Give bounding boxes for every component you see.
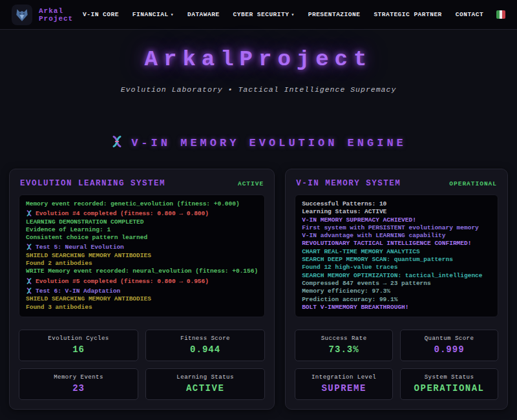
stat-label: System Status — [405, 374, 494, 381]
italian-flag-icon[interactable] — [496, 10, 505, 19]
stat-value: 0.944 — [150, 344, 260, 355]
stat-card-success-rate: Success Rate73.3% — [295, 330, 393, 361]
stats-grid: Evolution Cycles16Fitness Score0.944Memo… — [19, 330, 265, 400]
stat-label: Integration Level — [299, 374, 388, 381]
main-content: ArkalProject Evolution Laboratory • Tact… — [0, 47, 517, 410]
console-line: Consistent choice pattern learned — [26, 234, 258, 242]
console-line: V-IN advantage with LEARNING capability — [302, 232, 491, 240]
stat-value: OPERATIONAL — [405, 383, 494, 394]
console-line: Successful Patterns: 10 — [302, 200, 491, 208]
panel-evolution-learning-system: EVOLUTION LEARNING SYSTEM ACTIVE Memory … — [9, 169, 275, 410]
console-line: Test 6: V-IN Adaptation — [26, 288, 258, 295]
stats-grid: Success Rate73.3%Quantum Score0.999Integ… — [295, 330, 498, 400]
stat-value: 23 — [23, 383, 134, 394]
console-line: Memory event recorded: genetic_evolution… — [26, 200, 258, 208]
console-log[interactable]: Successful Patterns: 10Learning Status: … — [295, 194, 498, 317]
console-line: REVOLUTIONARY TACTICAL INTELLIGENCE CONF… — [302, 240, 491, 247]
console-line: Test 5: Neural Evolution — [26, 244, 258, 251]
stat-card-quantum-score: Quantum Score0.999 — [400, 330, 498, 361]
stat-label: Fitness Score — [150, 335, 260, 342]
section-heading: V-IN MEMORY EVOLUTION ENGINE — [0, 135, 517, 151]
brand-name[interactable]: Arkal Project — [39, 7, 83, 23]
nav-item-cyber-security[interactable]: CYBER SECURITY▾ — [233, 11, 295, 18]
nav-item-financial[interactable]: FINANCIAL▾ — [132, 11, 174, 18]
section-heading-label: V-IN MEMORY EVOLUTION ENGINE — [131, 137, 406, 149]
console-line: Memory efficiency: 97.3% — [302, 288, 491, 295]
panel-header: EVOLUTION LEARNING SYSTEM ACTIVE — [20, 179, 264, 188]
stat-label: Learning Status — [150, 374, 260, 381]
panel-title: V-IN MEMORY SYSTEM — [296, 179, 401, 188]
dna-icon — [26, 210, 36, 217]
console-line: Evidence of Learning: 1 — [26, 226, 258, 234]
stat-label: Evolution Cycles — [23, 335, 134, 342]
console-line: WRITE Memory event recorded: neural_evol… — [26, 268, 258, 275]
chevron-down-icon: ▾ — [291, 12, 294, 17]
wolf-logo-icon[interactable] — [12, 5, 32, 25]
nav-item-contact[interactable]: CONTACT — [456, 11, 483, 18]
status-badge: OPERATIONAL — [449, 180, 497, 187]
console-log[interactable]: Memory event recorded: genetic_evolution… — [19, 194, 265, 317]
console-line: Evolution #4 completed (fitness: 0.800 →… — [26, 210, 258, 218]
dna-icon — [26, 278, 36, 285]
dna-icon — [111, 135, 123, 151]
stat-value: 0.999 — [405, 344, 494, 355]
stat-value: ACTIVE — [150, 383, 260, 394]
console-line: Found 12 high-value traces — [302, 264, 491, 271]
console-line: First system with PERSISTENT evolutionar… — [302, 224, 491, 232]
console-line: Prediction accuracy: 99.1% — [302, 296, 491, 304]
chevron-down-icon: ▾ — [171, 12, 174, 17]
status-badge: ACTIVE — [238, 180, 264, 187]
dna-icon — [26, 288, 36, 295]
stat-card-integration-level: Integration LevelSUPREME — [295, 368, 393, 400]
stat-label: Memory Events — [23, 374, 134, 381]
console-line: Learning Status: ACTIVE — [302, 208, 491, 216]
console-line: Found 3 antibodies — [26, 304, 258, 311]
panel-vin-memory-system: V-IN MEMORY SYSTEM OPERATIONAL Successfu… — [285, 169, 508, 410]
page-subtitle: Evolution Laboratory • Tactical Intellig… — [0, 85, 517, 94]
console-line: SEARCH MEMORY OPTIMIZATION: tactical_int… — [302, 272, 491, 280]
console-line: Evolution #5 completed (fitness: 0.800 →… — [26, 278, 258, 286]
stat-label: Success Rate — [299, 335, 388, 342]
nav-links: V-IN COREFINANCIAL▾DATAWARECYBER SECURIT… — [83, 11, 483, 18]
console-line: SHIELD SEARCHING MEMORY ANTIBODIES — [26, 252, 258, 260]
stat-card-memory-events: Memory Events23 — [19, 368, 138, 400]
stat-value: 16 — [23, 344, 134, 355]
stat-value: 73.3% — [299, 344, 388, 355]
nav-item-presentazione[interactable]: PRESENTAZIONE — [308, 11, 361, 18]
panel-header: V-IN MEMORY SYSTEM OPERATIONAL — [296, 179, 497, 188]
page-title: ArkalProject — [0, 47, 517, 72]
dna-icon — [26, 244, 36, 251]
navbar: Arkal Project V-IN COREFINANCIAL▾DATAWAR… — [0, 0, 517, 30]
console-line: LEARNING DEMONSTRATION COMPLETED — [26, 218, 258, 226]
panel-title: EVOLUTION LEARNING SYSTEM — [20, 179, 165, 188]
stat-value: SUPREME — [299, 383, 388, 394]
nav-item-strategic-partner[interactable]: STRATEGIC PARTNER — [374, 11, 441, 18]
console-line: CHART REAL-TIME MEMORY ANALYTICS — [302, 248, 491, 256]
console-line: BOLT V-INMEMORY BREAKTHROUGH! — [302, 304, 491, 311]
console-line: SHIELD SEARCHING MEMORY ANTIBODIES — [26, 295, 258, 303]
nav-item-v-in-core[interactable]: V-IN CORE — [83, 11, 119, 18]
nav-item-dataware[interactable]: DATAWARE — [187, 11, 220, 18]
console-line: Compressed 847 events → 23 patterns — [302, 280, 491, 288]
stat-card-fitness-score: Fitness Score0.944 — [145, 330, 265, 361]
panels: EVOLUTION LEARNING SYSTEM ACTIVE Memory … — [0, 169, 517, 410]
stat-card-learning-status: Learning StatusACTIVE — [145, 368, 265, 400]
console-line: SEARCH DEEP MEMORY SCAN: quantum_pattern… — [302, 256, 491, 264]
stat-card-evolution-cycles: Evolution Cycles16 — [19, 330, 138, 361]
console-line: V-IN MEMORY SUPREMACY ACHIEVED! — [302, 216, 491, 224]
stat-card-system-status: System StatusOPERATIONAL — [400, 368, 498, 400]
console-line: Found 2 antibodies — [26, 260, 258, 268]
stat-label: Quantum Score — [405, 335, 494, 342]
